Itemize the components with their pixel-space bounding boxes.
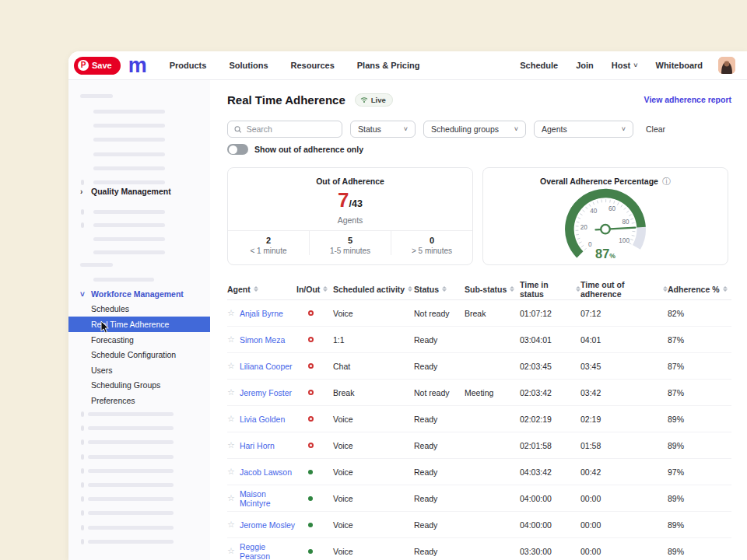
agent-name: Liliana Cooper xyxy=(240,362,293,371)
scheduled-activity-cell: Voice xyxy=(333,520,414,530)
sidebar-item-users[interactable]: Users xyxy=(68,362,210,378)
star-icon[interactable]: ☆ xyxy=(227,361,235,371)
column-header-in-out[interactable]: In/Out xyxy=(296,285,333,294)
adherence-cell: 89% xyxy=(668,547,731,556)
svg-text:60: 60 xyxy=(608,205,616,212)
time-out-of-adherence-cell: 03:42 xyxy=(580,388,668,397)
nav-item-products[interactable]: Products xyxy=(170,61,207,70)
dropdown-agents[interactable]: Agents˅ xyxy=(534,121,633,138)
status-cell: Not ready xyxy=(414,388,465,397)
sidebar-item-preferences[interactable]: Preferences xyxy=(68,393,210,408)
column-header-adherence[interactable]: Adherence % xyxy=(668,285,731,294)
sort-icon[interactable] xyxy=(510,286,514,292)
table-row: ☆Jacob LawsonVoiceReady04:03:4200:4297% xyxy=(227,459,731,485)
sort-icon[interactable] xyxy=(323,286,328,292)
sort-icon[interactable] xyxy=(723,286,728,292)
sidebar-section-quality-management[interactable]: ›Quality Management xyxy=(80,186,171,197)
nav-item-solutions[interactable]: Solutions xyxy=(229,61,268,70)
agent-name: Hari Horn xyxy=(240,441,275,450)
agent-name-cell[interactable]: ☆Jacob Lawson xyxy=(227,467,296,477)
sidebar-item-schedules[interactable]: Schedules xyxy=(68,301,210,317)
live-badge: Live xyxy=(355,93,393,107)
dropdown-status[interactable]: Status˅ xyxy=(350,121,416,138)
sub-status-cell: Break xyxy=(465,309,520,318)
miro-logo[interactable]: m xyxy=(128,58,146,73)
view-adherence-report-link[interactable]: View adherence report xyxy=(644,95,731,104)
scheduled-activity-cell: 1:1 xyxy=(333,335,414,345)
agent-name-cell[interactable]: ☆Jerome Mosley xyxy=(227,520,296,530)
info-icon[interactable]: ⓘ xyxy=(662,177,671,185)
column-header-scheduled-activity[interactable]: Scheduled activity xyxy=(333,285,414,294)
column-header-label: Agent xyxy=(227,285,251,294)
sidebar-item-real-time-adherence[interactable]: Real Time Adherence xyxy=(68,317,210,332)
column-header-sub-status[interactable]: Sub-status xyxy=(465,285,520,294)
agent-name-cell[interactable]: ☆Anjali Byrne xyxy=(227,308,296,318)
sidebar-skeleton-bar xyxy=(88,497,174,501)
star-icon[interactable]: ☆ xyxy=(227,546,235,556)
sidebar-item-forecasting[interactable]: Forecasting xyxy=(68,332,210,348)
star-icon[interactable]: ☆ xyxy=(227,308,235,318)
star-icon[interactable]: ☆ xyxy=(227,493,235,503)
sidebar-section-workforce-management[interactable]: ˅Workforce Management xyxy=(80,289,184,299)
sort-down-arrow xyxy=(442,289,447,292)
column-header-label: Time out of adherence xyxy=(580,280,660,299)
nav-item-host[interactable]: Host˅ xyxy=(612,61,638,70)
out-of-adherence-title: Out of Adherence xyxy=(228,168,472,186)
time-in-status-cell: 03:30:00 xyxy=(520,547,580,556)
nav-item-join[interactable]: Join xyxy=(576,61,594,70)
agent-name-cell[interactable]: ☆Hari Horn xyxy=(227,440,296,450)
search-input[interactable] xyxy=(247,124,335,134)
sidebar-skeleton-bar xyxy=(93,210,165,214)
nav-item-plans-pricing[interactable]: Plans & Pricing xyxy=(357,61,420,70)
agent-name-cell[interactable]: ☆Maison Mcintyre xyxy=(227,489,296,508)
out-of-adherence-toggle[interactable] xyxy=(227,144,248,155)
star-icon[interactable]: ☆ xyxy=(227,414,235,424)
sort-icon[interactable] xyxy=(408,286,412,292)
star-icon[interactable]: ☆ xyxy=(227,520,235,530)
dropdown-scheduling-groups[interactable]: Scheduling groups˅ xyxy=(423,121,526,138)
column-header-agent[interactable]: Agent xyxy=(227,285,296,294)
sidebar-section-label: Workforce Management xyxy=(91,289,184,299)
star-icon[interactable]: ☆ xyxy=(227,467,235,477)
sort-icon[interactable] xyxy=(254,286,258,292)
sort-icon[interactable] xyxy=(442,286,447,292)
search-input-wrapper[interactable] xyxy=(227,121,342,138)
nav-item-schedule[interactable]: Schedule xyxy=(520,61,558,70)
column-header-status[interactable]: Status xyxy=(414,285,465,294)
agent-name-cell[interactable]: ☆Liliana Cooper xyxy=(227,361,296,371)
agent-name-cell[interactable]: ☆Reggie Pearson xyxy=(227,542,296,560)
inout-cell xyxy=(296,523,333,527)
agent-name-cell[interactable]: ☆Jeremy Foster xyxy=(227,387,296,397)
out-of-adherence-dot xyxy=(308,363,314,369)
table-row: ☆Maison McintyreVoiceReady04:00:0000:008… xyxy=(227,485,731,512)
column-header-time-in-status[interactable]: Time in status xyxy=(520,280,580,299)
avatar-image xyxy=(718,57,735,74)
star-icon[interactable]: ☆ xyxy=(227,334,235,345)
out-of-adherence-dot xyxy=(308,443,314,448)
inout-cell xyxy=(296,470,333,474)
out-of-adherence-dot xyxy=(308,310,314,316)
agent-name: Simon Meza xyxy=(240,335,285,345)
agent-name-cell[interactable]: ☆Livia Golden xyxy=(227,414,296,424)
sidebar-item-schedule-configuration[interactable]: Schedule Configuration xyxy=(68,347,210,362)
live-label: Live xyxy=(371,96,386,104)
pinterest-save-button[interactable]: P Save xyxy=(74,57,121,75)
sort-down-arrow xyxy=(510,289,514,292)
inout-cell xyxy=(296,549,333,554)
avatar[interactable] xyxy=(718,57,735,74)
adherence-cell: 97% xyxy=(668,467,731,477)
nav-item-resources[interactable]: Resources xyxy=(291,61,335,70)
sort-up-arrow xyxy=(254,286,258,289)
nav-item-whiteboard[interactable]: Whiteboard xyxy=(656,61,703,70)
adherence-cell: 82% xyxy=(668,309,731,318)
clear-filters-button[interactable]: Clear xyxy=(646,124,665,134)
star-icon[interactable]: ☆ xyxy=(227,440,235,450)
sort-down-arrow xyxy=(254,289,258,292)
column-header-time-out-of-adherence[interactable]: Time out of adherence xyxy=(580,280,668,299)
sidebar-skeleton-bar xyxy=(88,511,174,515)
agents-table: AgentIn/OutScheduled activityStatusSub-s… xyxy=(227,278,731,560)
star-icon[interactable]: ☆ xyxy=(227,387,235,397)
agent-name-cell[interactable]: ☆Simon Meza xyxy=(227,334,296,345)
sidebar-item-scheduling-groups[interactable]: Scheduling Groups xyxy=(68,377,210,393)
table-row: ☆Jeremy FosterBreakNot readyMeeting02:03… xyxy=(227,380,731,406)
